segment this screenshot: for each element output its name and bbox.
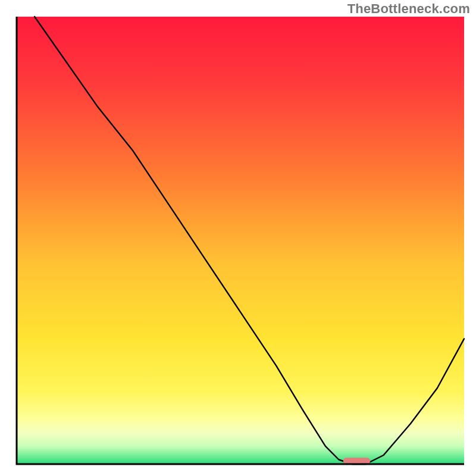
chart-container: TheBottleneck.com [0,0,476,476]
watermark-text: TheBottleneck.com [347,1,470,17]
bottleneck-chart [0,0,476,476]
plot-background [17,17,464,464]
